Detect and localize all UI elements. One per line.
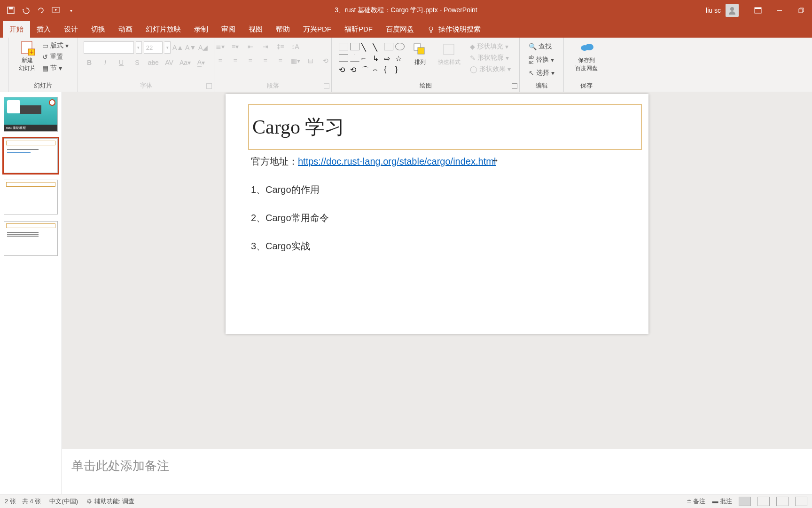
shape-effects-button[interactable]: ◯形状效果 ▾ — [468, 64, 513, 74]
strike-button[interactable]: abc — [148, 57, 159, 68]
tab-insert[interactable]: 插入 — [30, 21, 57, 38]
char-spacing-button[interactable]: AV — [164, 57, 175, 68]
shapes-gallery[interactable]: ╲╲ ⌐↳⇨☆ ⟲⟲⌒⌢{} — [338, 41, 405, 74]
arrange-button[interactable]: 排列 — [410, 41, 430, 67]
shadow-button[interactable]: S — [132, 57, 143, 68]
tab-wanxing-pdf[interactable]: 万兴PDF — [297, 21, 338, 38]
tab-animations[interactable]: 动画 — [112, 21, 139, 38]
tab-foxit-pdf[interactable]: 福昕PDF — [338, 21, 379, 38]
save-icon[interactable] — [7, 6, 15, 15]
decrease-indent-button[interactable]: ⇤ — [245, 41, 256, 52]
normal-view-icon[interactable] — [739, 497, 751, 506]
save-baidu-button[interactable]: 保存到 百度网盘 — [572, 40, 601, 73]
group-drawing: ╲╲ ⌐↳⇨☆ ⟲⟲⌒⌢{} 排列 快速样式 ◆形状填充 ▾ ✎形状轮廓 ▾ ◯… — [332, 38, 520, 92]
increase-font-icon[interactable]: A▲ — [172, 42, 183, 53]
content-placeholder[interactable]: 官方地址：https://doc.rust-lang.org/stable/ca… — [251, 154, 496, 267]
title-placeholder[interactable]: Cargo 学习 — [248, 104, 642, 150]
reading-view-icon[interactable] — [776, 497, 789, 506]
bold-button[interactable]: B — [84, 57, 95, 68]
layout-button[interactable]: ▭版式 ▾ — [40, 40, 70, 51]
shape-fill-button[interactable]: ◆形状填充 ▾ — [468, 41, 513, 52]
notes-pane[interactable]: 单击此处添加备注 — [62, 449, 812, 494]
tab-view[interactable]: 视图 — [242, 21, 269, 38]
restore-icon[interactable] — [790, 0, 812, 21]
user-name[interactable]: liu sc — [706, 7, 721, 14]
clear-format-icon[interactable]: A◢ — [198, 42, 208, 53]
slideshow-icon[interactable] — [52, 6, 60, 15]
sorter-view-icon[interactable] — [757, 497, 770, 506]
italic-button[interactable]: I — [100, 57, 111, 68]
notes-placeholder: 单击此处添加备注 — [71, 459, 169, 473]
lightbulb-icon — [427, 26, 435, 33]
tab-review[interactable]: 审阅 — [215, 21, 242, 38]
section-button[interactable]: ▤节 ▾ — [40, 63, 70, 73]
underline-button[interactable]: U — [116, 57, 127, 68]
align-right-button[interactable]: ≡ — [245, 56, 256, 66]
new-slide-icon — [20, 40, 35, 56]
minimize-icon[interactable] — [769, 0, 790, 21]
comments-toggle[interactable]: ▬ 批注 — [712, 497, 732, 506]
tab-baidu[interactable]: 百度网盘 — [379, 21, 421, 38]
align-left-button[interactable]: ≡ — [215, 56, 226, 66]
slide-counter[interactable]: 2 张 共 4 张 — [5, 497, 41, 506]
ribbon: 新建 幻灯片 ▭版式 ▾ ↺重置 ▤节 ▾ 幻灯片 ▾ 22▾ A▲ A▼ A◢… — [0, 38, 812, 92]
dialog-launcher-icon[interactable] — [512, 83, 517, 89]
dialog-launcher-icon[interactable] — [324, 83, 329, 89]
change-case-button[interactable]: Aa▾ — [180, 57, 191, 68]
font-color-button[interactable]: A▾ — [195, 57, 207, 68]
tab-transitions[interactable]: 切换 — [85, 21, 112, 38]
workspace: rust 基础教程 Cargo 学习 官方地址：https://doc.rust… — [0, 92, 812, 494]
tab-home[interactable]: 开始 — [3, 21, 30, 38]
new-slide-button[interactable]: 新建 幻灯片 — [16, 40, 39, 73]
align-text-button[interactable]: ⊟ — [305, 56, 316, 66]
select-icon: ↖ — [529, 69, 534, 77]
find-button[interactable]: 🔍查找 — [527, 41, 556, 52]
dialog-launcher-icon[interactable] — [206, 83, 212, 89]
thumbnail-slide-3[interactable] — [4, 180, 58, 214]
qat-customize-icon[interactable]: ▾ — [67, 6, 75, 15]
tab-help[interactable]: 帮助 — [269, 21, 297, 38]
align-center-button[interactable]: ≡ — [230, 56, 241, 66]
font-family-combo[interactable] — [84, 41, 134, 54]
shape-outline-button[interactable]: ✎形状轮廓 ▾ — [468, 53, 513, 63]
reset-button[interactable]: ↺重置 — [40, 52, 70, 62]
quick-styles-icon — [442, 42, 457, 57]
tab-design[interactable]: 设计 — [57, 21, 85, 38]
line-spacing-button[interactable]: ‡≡ — [275, 41, 286, 52]
redo-icon[interactable] — [37, 6, 45, 15]
slide-canvas[interactable]: Cargo 学习 官方地址：https://doc.rust-lang.org/… — [226, 94, 648, 334]
justify-button[interactable]: ≡ — [260, 56, 271, 66]
font-size-combo[interactable]: 22 — [144, 41, 163, 54]
url-link[interactable]: https://doc.rust-lang.org/stable/cargo/i… — [298, 156, 496, 167]
user-avatar[interactable] — [726, 4, 739, 17]
numbering-button[interactable]: ≡▾ — [230, 41, 241, 52]
ribbon-options-icon[interactable] — [747, 0, 769, 21]
outline-icon: ✎ — [470, 54, 476, 62]
language-indicator[interactable]: 中文(中国) — [49, 497, 78, 506]
undo-icon[interactable] — [22, 6, 30, 15]
slideshow-view-icon[interactable] — [795, 497, 807, 506]
thumbnail-slide-2[interactable] — [4, 138, 58, 173]
chevron-down-icon[interactable]: ▾ — [164, 41, 171, 54]
tell-me-search[interactable]: 操作说明搜索 — [421, 21, 487, 38]
quick-styles-button[interactable]: 快速样式 — [435, 41, 463, 67]
thumbnail-slide-4[interactable] — [4, 221, 58, 256]
svg-point-3 — [730, 7, 734, 11]
increase-indent-button[interactable]: ⇥ — [260, 41, 271, 52]
text-direction-button[interactable]: ↕A — [290, 41, 301, 52]
smartart-button[interactable]: ⟲ — [320, 56, 331, 66]
bullets-button[interactable]: ≣▾ — [215, 41, 226, 52]
chevron-down-icon[interactable]: ▾ — [136, 41, 142, 54]
distribute-button[interactable]: ≡ — [275, 56, 286, 66]
status-bar: 2 张 共 4 张 中文(中国) ⯐ 辅助功能: 调查 ≐ 备注 ▬ 批注 — [0, 494, 812, 508]
accessibility-check[interactable]: ⯐ 辅助功能: 调查 — [86, 497, 134, 506]
layout-icon: ▭ — [42, 42, 48, 49]
tab-record[interactable]: 录制 — [187, 21, 215, 38]
columns-button[interactable]: ▥▾ — [290, 56, 301, 66]
thumbnail-slide-1[interactable]: rust 基础教程 — [4, 97, 58, 132]
tab-slideshow[interactable]: 幻灯片放映 — [139, 21, 187, 38]
select-button[interactable]: ↖选择 ▾ — [527, 68, 556, 78]
decrease-font-icon[interactable]: A▼ — [185, 42, 196, 53]
notes-toggle[interactable]: ≐ 备注 — [687, 497, 706, 506]
replace-button[interactable]: abac替换 ▾ — [527, 54, 556, 66]
